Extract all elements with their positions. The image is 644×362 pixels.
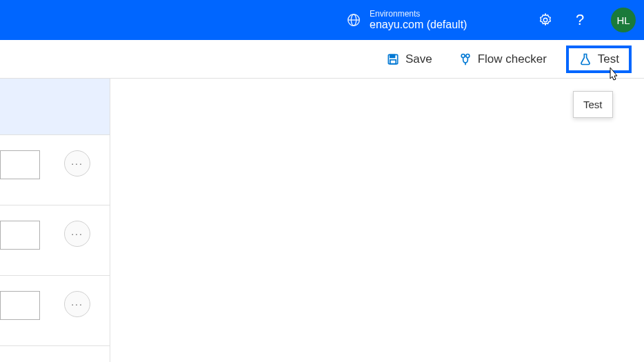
environment-icon bbox=[346, 12, 361, 28]
action-more-button[interactable]: ··· bbox=[64, 291, 90, 317]
flow-action-card[interactable]: ··· bbox=[0, 205, 110, 276]
svg-rect-6 bbox=[390, 59, 396, 63]
test-label: Test bbox=[598, 52, 619, 66]
environment-selector[interactable]: Environments enayu.com (default) bbox=[346, 10, 467, 31]
environments-label: Environments bbox=[370, 10, 467, 19]
flow-canvas: ··· ··· ··· bbox=[0, 79, 110, 362]
svg-rect-5 bbox=[390, 54, 395, 57]
test-tooltip: Test bbox=[573, 91, 613, 118]
test-button[interactable]: Test bbox=[566, 46, 632, 73]
app-header: Environments enayu.com (default) ? HL bbox=[0, 0, 644, 40]
action-input[interactable] bbox=[0, 291, 40, 320]
svg-point-7 bbox=[461, 54, 465, 57]
test-flask-icon bbox=[578, 52, 592, 66]
settings-icon[interactable] bbox=[538, 12, 553, 28]
environment-text: Environments enayu.com (default) bbox=[370, 10, 467, 31]
flow-action-card[interactable] bbox=[0, 346, 110, 362]
flow-checker-label: Flow checker bbox=[478, 52, 547, 66]
flow-action-card[interactable]: ··· bbox=[0, 276, 110, 346]
save-icon bbox=[386, 52, 400, 66]
action-input[interactable] bbox=[0, 150, 40, 179]
svg-point-3 bbox=[543, 18, 547, 22]
avatar-initials: HL bbox=[616, 14, 630, 26]
help-icon[interactable]: ? bbox=[572, 12, 587, 28]
flow-trigger-card[interactable] bbox=[0, 79, 110, 135]
flow-action-card[interactable]: ··· bbox=[0, 135, 110, 205]
save-button[interactable]: Save bbox=[379, 48, 439, 70]
tooltip-text: Test bbox=[583, 99, 603, 110]
save-label: Save bbox=[405, 52, 432, 66]
flow-checker-button[interactable]: Flow checker bbox=[452, 48, 554, 70]
svg-point-8 bbox=[466, 54, 470, 57]
header-actions: ? HL bbox=[538, 8, 636, 32]
action-more-button[interactable]: ··· bbox=[64, 221, 90, 247]
action-input[interactable] bbox=[0, 221, 40, 250]
action-more-button[interactable]: ··· bbox=[64, 150, 90, 177]
flow-checker-icon bbox=[459, 52, 472, 66]
user-avatar[interactable]: HL bbox=[611, 8, 636, 32]
command-bar: Save Flow checker Test bbox=[0, 40, 644, 79]
environment-value: enayu.com (default) bbox=[370, 19, 467, 31]
